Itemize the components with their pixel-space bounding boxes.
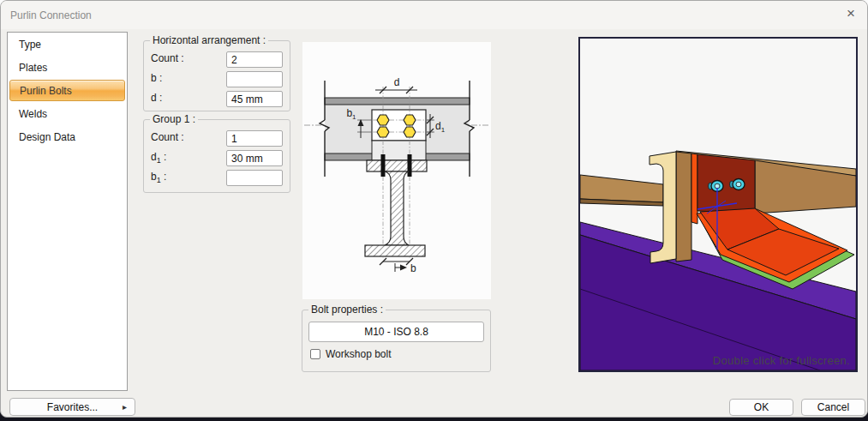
- d-input[interactable]: [226, 91, 283, 107]
- diagram-drawing: d b1 d1: [302, 42, 491, 299]
- ok-button[interactable]: OK: [729, 399, 793, 416]
- close-icon[interactable]: ×: [847, 6, 855, 21]
- field-row: Count :: [151, 130, 283, 147]
- field-label: d1 :: [151, 151, 226, 165]
- group-bolt-properties: Bolt properties : M10 - ISO 8.8 Workshop…: [302, 304, 491, 372]
- group1-count-input[interactable]: [226, 130, 283, 147]
- bolt-arrangement-diagram: d b1 d1: [302, 42, 491, 299]
- sidebar-item-purlin-bolts[interactable]: Purlin Bolts: [9, 80, 125, 101]
- field-label: Count :: [151, 52, 226, 66]
- favorites-button[interactable]: Favorites... ▸: [9, 398, 135, 416]
- group-title: Group 1 :: [150, 113, 198, 125]
- field-row: Count :: [151, 51, 283, 68]
- bolt-standard-button[interactable]: M10 - ISO 8.8: [308, 322, 484, 342]
- fullscreen-hint: Double click for fullscreen.: [713, 354, 850, 367]
- workshop-bolt-label: Workshop bolt: [326, 348, 391, 360]
- field-row: b1 :: [151, 170, 283, 186]
- sidebar-item-type[interactable]: Type: [8, 33, 127, 56]
- dim-label-d: d: [394, 76, 400, 88]
- group-1: Group 1 : Count : d1 : b1 :: [143, 113, 290, 193]
- field-row: b :: [151, 71, 283, 87]
- sidebar-item-label: Design Data: [19, 131, 75, 143]
- workshop-bolt-row: Workshop bolt: [310, 348, 485, 360]
- sidebar-item-design-data[interactable]: Design Data: [8, 125, 127, 148]
- titlebar[interactable]: Purlin Connection ×: [1, 1, 867, 29]
- screen: Purlin Connection × Type Plates Purlin B…: [0, 0, 868, 421]
- sidebar-item-label: Purlin Bolts: [20, 85, 72, 97]
- group-title: Bolt properties :: [308, 304, 386, 316]
- sidebar-item-label: Type: [19, 39, 41, 51]
- dim-arrow-b: [400, 265, 407, 271]
- field-label: Count :: [151, 131, 226, 145]
- field-label: d :: [151, 92, 226, 105]
- b1-input[interactable]: [226, 170, 283, 186]
- field-label: b1 :: [151, 171, 226, 184]
- field-row: d1 :: [151, 150, 283, 166]
- support-beam-section: [365, 154, 427, 256]
- dialog-title: Purlin Connection: [10, 9, 92, 21]
- sidebar-item-plates[interactable]: Plates: [8, 56, 127, 79]
- dim-label-b: b: [410, 262, 416, 274]
- count-input[interactable]: [226, 51, 283, 68]
- favorites-label: Favorites...: [47, 401, 98, 413]
- workshop-bolt-checkbox[interactable]: [310, 349, 320, 359]
- sidebar-item-welds[interactable]: Welds: [8, 102, 127, 125]
- preview-3d[interactable]: Double click for fullscreen.: [578, 37, 858, 372]
- cancel-button[interactable]: Cancel: [801, 399, 865, 416]
- b-input[interactable]: [226, 71, 283, 87]
- field-label: b :: [151, 72, 226, 86]
- dimension-b: [380, 258, 413, 272]
- sidebar: Type Plates Purlin Bolts Welds Design Da…: [7, 32, 128, 391]
- field-row: d :: [151, 91, 283, 107]
- group-horizontal-arrangement: Horizontal arrangement : Count : b : d :: [143, 34, 290, 111]
- chevron-right-icon: ▸: [123, 402, 127, 412]
- sidebar-item-label: Plates: [19, 62, 47, 74]
- sidebar-item-label: Welds: [19, 108, 47, 120]
- group-title: Horizontal arrangement :: [150, 34, 268, 46]
- purlin-connection-dialog: Purlin Connection × Type Plates Purlin B…: [0, 0, 868, 418]
- preview-render: [580, 39, 856, 370]
- d1-input[interactable]: [226, 150, 283, 166]
